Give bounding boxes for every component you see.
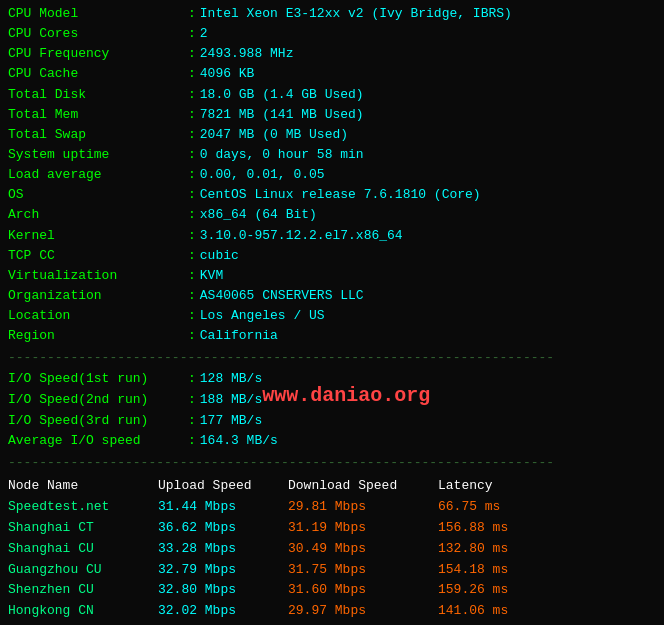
io-run3-label: I/O Speed(3rd run) (8, 411, 188, 431)
total-disk-label: Total Disk (8, 85, 188, 105)
total-swap-label: Total Swap (8, 125, 188, 145)
table-row: Shanghai CT 36.62 Mbps 31.19 Mbps 156.88… (8, 518, 656, 539)
table-row: Speedtest.net 31.44 Mbps 29.81 Mbps 66.7… (8, 497, 656, 518)
latency-value: 66.75 ms (438, 497, 538, 518)
node-name: Guangzhou CU (8, 560, 158, 581)
cpu-freq-value: 2493.988 MHz (200, 44, 294, 64)
os-label: OS (8, 185, 188, 205)
cpu-model-value: Intel Xeon E3-12xx v2 (Ivy Bridge, IBRS) (200, 4, 512, 24)
network-table: Node Name Upload Speed Download Speed La… (8, 474, 656, 625)
table-row: Hongkong CN 32.02 Mbps 29.97 Mbps 141.06… (8, 601, 656, 622)
location-label: Location (8, 306, 188, 326)
divider-2: ----------------------------------------… (8, 455, 656, 470)
io-section: I/O Speed(1st run) : 128 MB/s I/O Speed(… (8, 369, 656, 450)
node-name: Shanghai CT (8, 518, 158, 539)
system-info-section: CPU Model : Intel Xeon E3-12xx v2 (Ivy B… (8, 4, 656, 346)
total-disk-row: Total Disk : 18.0 GB (1.4 GB Used) (8, 85, 656, 105)
total-mem-row: Total Mem : 7821 MB (141 MB Used) (8, 105, 656, 125)
os-row: OS : CentOS Linux release 7.6.1810 (Core… (8, 185, 656, 205)
table-header-row: Node Name Upload Speed Download Speed La… (8, 474, 656, 497)
upload-speed: 32.02 Mbps (158, 601, 288, 622)
upload-speed: 36.62 Mbps (158, 518, 288, 539)
tcp-cc-row: TCP CC : cubic (8, 246, 656, 266)
latency-value: 141.06 ms (438, 601, 538, 622)
node-name: Hongkong CN (8, 601, 158, 622)
io-avg-row: Average I/O speed : 164.3 MB/s (8, 431, 656, 451)
total-mem-value: 7821 MB (141 MB Used) (200, 105, 364, 125)
cpu-freq-row: CPU Frequency : 2493.988 MHz (8, 44, 656, 64)
latency-value: 156.88 ms (438, 518, 538, 539)
region-label: Region (8, 326, 188, 346)
download-speed: 31.75 Mbps (288, 560, 438, 581)
uptime-row: System uptime : 0 days, 0 hour 58 min (8, 145, 656, 165)
virt-value: KVM (200, 266, 223, 286)
location-row: Location : Los Angeles / US (8, 306, 656, 326)
cpu-freq-label: CPU Frequency (8, 44, 188, 64)
io-run2-label: I/O Speed(2nd run) (8, 390, 188, 411)
io-avg-value: 164.3 MB/s (200, 431, 278, 451)
load-value: 0.00, 0.01, 0.05 (200, 165, 325, 185)
network-rows-container: Speedtest.net 31.44 Mbps 29.81 Mbps 66.7… (8, 497, 656, 625)
io-run2-value: 188 MB/s (200, 390, 262, 411)
total-swap-row: Total Swap : 2047 MB (0 MB Used) (8, 125, 656, 145)
load-row: Load average : 0.00, 0.01, 0.05 (8, 165, 656, 185)
org-label: Organization (8, 286, 188, 306)
uptime-value: 0 days, 0 hour 58 min (200, 145, 364, 165)
region-value: California (200, 326, 278, 346)
kernel-label: Kernel (8, 226, 188, 246)
cpu-cores-row: CPU Cores : 2 (8, 24, 656, 44)
latency-value: 159.26 ms (438, 580, 538, 601)
divider-1: ----------------------------------------… (8, 350, 656, 365)
upload-speed: 32.79 Mbps (158, 560, 288, 581)
region-row: Region : California (8, 326, 656, 346)
org-value: AS40065 CNSERVERS LLC (200, 286, 364, 306)
virt-row: Virtualization : KVM (8, 266, 656, 286)
latency-value: 132.80 ms (438, 539, 538, 560)
table-row: Shanghai CU 33.28 Mbps 30.49 Mbps 132.80… (8, 539, 656, 560)
io-run1-label: I/O Speed(1st run) (8, 369, 188, 389)
header-upload: Upload Speed (158, 474, 288, 497)
table-row: Shenzhen CU 32.80 Mbps 31.60 Mbps 159.26… (8, 580, 656, 601)
arch-label: Arch (8, 205, 188, 225)
header-latency: Latency (438, 474, 538, 497)
io-run1-value: 128 MB/s (200, 369, 262, 389)
tcp-cc-label: TCP CC (8, 246, 188, 266)
upload-speed: 33.28 Mbps (158, 539, 288, 560)
node-name: Shanghai CU (8, 539, 158, 560)
cpu-cache-value: 4096 KB (200, 64, 255, 84)
upload-speed: 32.80 Mbps (158, 580, 288, 601)
download-speed: 30.49 Mbps (288, 539, 438, 560)
download-speed: 31.19 Mbps (288, 518, 438, 539)
cpu-cores-value: 2 (200, 24, 208, 44)
latency-value: 154.18 ms (438, 560, 538, 581)
download-speed: 29.97 Mbps (288, 601, 438, 622)
cpu-model-row: CPU Model : Intel Xeon E3-12xx v2 (Ivy B… (8, 4, 656, 24)
cpu-model-label: CPU Model (8, 4, 188, 24)
cpu-cache-row: CPU Cache : 4096 KB (8, 64, 656, 84)
io-avg-label: Average I/O speed (8, 431, 188, 451)
uptime-label: System uptime (8, 145, 188, 165)
io-run2-row: I/O Speed(2nd run) : 188 MB/s www.daniao… (8, 390, 656, 411)
cpu-cores-label: CPU Cores (8, 24, 188, 44)
io-run3-value: 177 MB/s (200, 411, 262, 431)
node-name: Speedtest.net (8, 497, 158, 518)
location-value: Los Angeles / US (200, 306, 325, 326)
tcp-cc-value: cubic (200, 246, 239, 266)
header-download: Download Speed (288, 474, 438, 497)
download-speed: 29.81 Mbps (288, 497, 438, 518)
org-row: Organization : AS40065 CNSERVERS LLC (8, 286, 656, 306)
virt-label: Virtualization (8, 266, 188, 286)
total-mem-label: Total Mem (8, 105, 188, 125)
table-row: Guangzhou CU 32.79 Mbps 31.75 Mbps 154.1… (8, 560, 656, 581)
kernel-row: Kernel : 3.10.0-957.12.2.el7.x86_64 (8, 226, 656, 246)
total-swap-value: 2047 MB (0 MB Used) (200, 125, 348, 145)
load-label: Load average (8, 165, 188, 185)
watermark-text: www.daniao.org (262, 380, 430, 411)
os-value: CentOS Linux release 7.6.1810 (Core) (200, 185, 481, 205)
cpu-cache-label: CPU Cache (8, 64, 188, 84)
total-disk-value: 18.0 GB (1.4 GB Used) (200, 85, 364, 105)
header-node: Node Name (8, 474, 158, 497)
io-run3-row: I/O Speed(3rd run) : 177 MB/s (8, 411, 656, 431)
arch-value: x86_64 (64 Bit) (200, 205, 317, 225)
download-speed: 31.60 Mbps (288, 580, 438, 601)
